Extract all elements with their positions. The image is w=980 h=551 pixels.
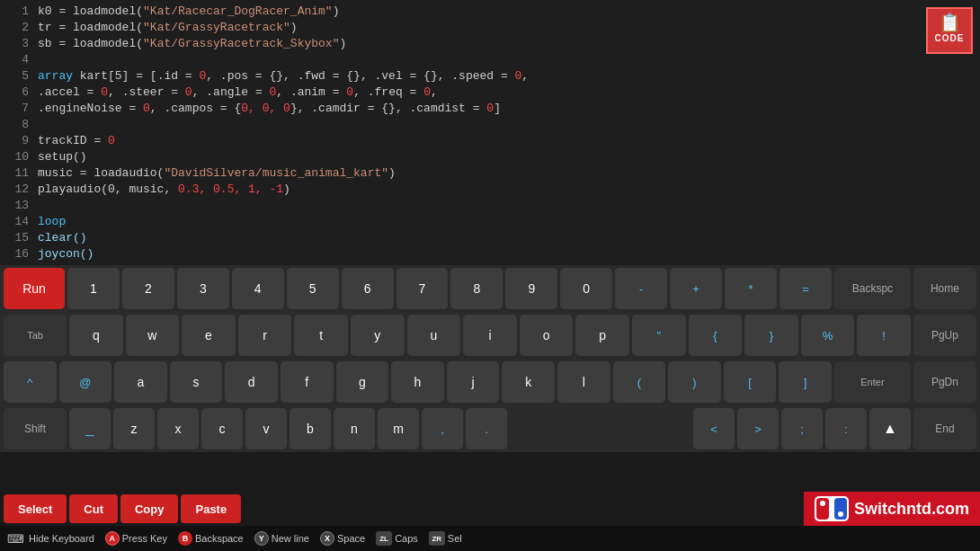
key-4[interactable]: 4 [232,268,284,309]
key-k[interactable]: k [502,361,555,403]
key-rbracket[interactable]: ] [779,361,832,403]
x-button-icon: X [320,531,334,546]
pgdn-key[interactable]: PgDn [913,361,976,403]
keyboard-icon: ⌨ [7,532,24,546]
key-8[interactable]: 8 [450,268,503,309]
key-lbracket[interactable]: [ [724,361,777,403]
zr-button-icon: ZR [429,531,445,546]
key-u[interactable]: u [407,315,461,356]
key-rparen[interactable]: ) [668,361,721,403]
key-asterisk[interactable]: * [725,268,777,309]
key-j[interactable]: j [447,361,500,403]
key-m[interactable]: m [378,408,419,449]
key-3[interactable]: 3 [177,268,229,309]
key-n[interactable]: n [334,408,375,449]
key-p[interactable]: p [575,315,629,356]
key-percent[interactable]: % [801,315,855,356]
key-colon[interactable]: : [825,408,867,449]
key-f[interactable]: f [281,361,334,403]
key-underscore[interactable]: _ [69,408,111,449]
line-number: 4 [7,52,29,68]
line-content: setup() [38,149,973,165]
key-q[interactable]: q [69,315,123,356]
key-y[interactable]: y [351,315,405,356]
key-6[interactable]: 6 [342,268,394,309]
key-b[interactable]: b [290,408,331,449]
hint-sel-label: Sel [448,533,462,544]
line-number: 12 [7,182,29,198]
line-number: 5 [7,68,29,84]
hint-backspace-label: Backspace [195,533,244,544]
line-content: clear() [38,230,973,246]
key-g[interactable]: g [336,361,389,403]
key-semicolon[interactable]: ; [781,408,823,449]
paste-button[interactable]: Paste [181,494,241,523]
key-5[interactable]: 5 [287,268,339,309]
key-lbrace[interactable]: { [689,315,743,356]
key-a[interactable]: a [114,361,167,403]
key-2[interactable]: 2 [122,268,174,309]
shift-key[interactable]: Shift [4,408,67,449]
key-caret[interactable]: ^ [4,361,57,403]
key-plus[interactable]: + [670,268,722,309]
code-line: 10setup() [0,149,980,165]
code-line: 5array kart[5] = [.id = 0, .pos = {}, .f… [0,68,980,84]
key-rbrace[interactable]: } [744,315,798,356]
backspace-key[interactable]: Backspc [834,268,911,309]
code-line: 11music = loadaudio("DavidSilvera/music_… [0,165,980,182]
key-t[interactable]: t [294,315,348,356]
run-key[interactable]: Run [4,268,65,309]
enter-key[interactable]: Enter [834,361,911,403]
hint-sel: ZR Sel [429,531,462,546]
key-0[interactable]: 0 [560,268,612,309]
keyboard-row-3: ^ @ a s d f g h j k l ( ) [ ] Enter PgDn [0,359,980,405]
pgup-key[interactable]: PgUp [913,315,976,356]
line-number: 1 [7,4,29,20]
key-e[interactable]: e [182,315,236,356]
key-minus[interactable]: - [615,268,667,309]
key-equals[interactable]: = [780,268,832,309]
key-exclaim[interactable]: ! [857,315,911,356]
key-1[interactable]: 1 [67,268,120,309]
key-r[interactable]: r [238,315,292,356]
key-c[interactable]: c [201,408,243,449]
key-l[interactable]: l [557,361,610,403]
code-line: 8 [0,117,980,133]
key-v[interactable]: v [245,408,287,449]
code-line: 2tr = loadmodel("Kat/GrassyRacetrack") [0,20,980,36]
end-key[interactable]: End [913,408,976,449]
tab-key[interactable]: Tab [4,315,67,356]
key-triangle[interactable]: ▲ [869,408,911,449]
key-quote[interactable]: " [632,315,686,356]
code-line: 14loop [0,214,980,230]
code-line: 9trackID = 0 [0,133,980,149]
key-i[interactable]: i [463,315,517,356]
key-d[interactable]: d [225,361,278,403]
a-button-icon: A [105,531,120,546]
select-button[interactable]: Select [4,494,67,523]
line-content: loop [38,214,973,230]
code-line: 3sb = loadmodel("Kat/GrassyRacetrack_Sky… [0,36,980,52]
zl-button-icon: ZL [376,531,392,546]
key-9[interactable]: 9 [505,268,557,309]
key-s[interactable]: s [170,361,223,403]
copy-button[interactable]: Copy [120,494,179,523]
key-h[interactable]: h [391,361,444,403]
key-o[interactable]: o [520,315,574,356]
home-key[interactable]: Home [913,268,976,309]
key-comma[interactable]: , [422,408,463,449]
hint-press-key: A Press Key [105,531,167,546]
spacebar-key[interactable] [510,408,690,449]
key-z[interactable]: z [113,408,155,449]
cut-button[interactable]: Cut [69,494,118,523]
key-x[interactable]: x [157,408,199,449]
key-lt[interactable]: < [693,408,735,449]
line-number: 7 [7,101,29,117]
key-gt[interactable]: > [737,408,779,449]
key-w[interactable]: w [126,315,180,356]
key-7[interactable]: 7 [396,268,449,309]
key-period[interactable]: . [466,408,507,449]
key-lparen[interactable]: ( [613,361,666,403]
key-at[interactable]: @ [59,361,112,403]
svg-point-3 [820,501,825,506]
